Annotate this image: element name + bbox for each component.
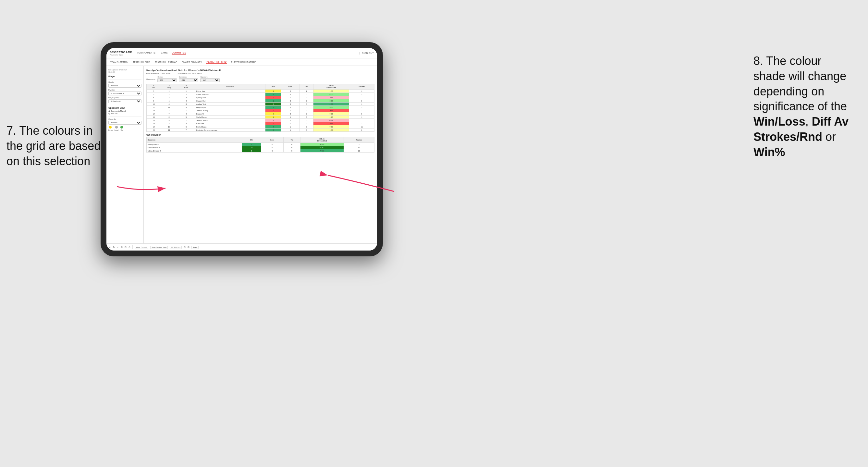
grid-title: Katelyn Vo Head-to-Head Grid for Women's… [146, 69, 374, 72]
nav-separator: | [360, 52, 360, 54]
ood-table-row: NCAA Division 2 5 0 0 7.400 10 [147, 149, 374, 153]
player-section-title: Player [108, 75, 142, 77]
opponent-filter-label: Opponent [200, 76, 220, 78]
out-of-division-table: Opponent Win Loss Tie Diff AvStrokes/Rnd… [146, 137, 374, 153]
filters-row: Opponents: Region (All) Conference (All) [146, 76, 374, 82]
sub-nav-player-h2h-grid[interactable]: PLAYER H2H GRID [206, 61, 227, 64]
toolbar-sep-1 [132, 245, 133, 249]
ood-col-tie: Tie [283, 137, 300, 143]
colour-label-up: Up [121, 129, 123, 131]
radio-opponents-played[interactable]: Opponents Played [108, 110, 142, 112]
annotation-right: 8. The colour shade will change dependin… [753, 54, 848, 160]
colour-up: Up [120, 126, 123, 131]
paste-icon[interactable]: ⊡ [125, 246, 127, 249]
colour-circle-down [109, 126, 112, 128]
table-row: 10 6 3 Andrea York 2 0 0 4.00 4 [147, 102, 374, 106]
col-conf: #Conf [177, 84, 195, 90]
colour-by-select[interactable]: Win/loss [108, 121, 142, 125]
tablet-screen: SCOREBOARD Powered by clippd TOURNAMENTS… [106, 48, 377, 251]
table-row: 20 11 7 Federica Domecq Lacroze 2 1 0 1.… [147, 128, 374, 132]
nav-tournaments[interactable]: TOURNAMENTS [137, 51, 155, 55]
radio-top100[interactable]: Top 100 [108, 113, 142, 115]
conference-filter-label: Conference [179, 76, 198, 78]
sub-nav-team-summary[interactable]: TEAM SUMMARY [110, 61, 129, 63]
copy-icon[interactable]: ⊞ [121, 246, 123, 249]
col-opponent: Opponent [195, 84, 266, 90]
ood-col-win: Win [242, 137, 261, 143]
colour-legend: Down Level Up [108, 126, 142, 131]
ood-col-diff: Diff AvStrokes/Rnd [300, 137, 344, 143]
view-original-btn[interactable]: View: Original [135, 246, 148, 249]
sub-nav: TEAM SUMMARY TEAM H2H GRID TEAM H2H HEAT… [106, 58, 377, 66]
gender-select[interactable]: Women's [108, 84, 142, 88]
sub-nav-team-h2h-grid[interactable]: TEAM H2H GRID [132, 61, 151, 63]
sub-nav-player-summary[interactable]: PLAYER SUMMARY [181, 61, 203, 63]
left-panel: Last Updated: 27/03/2024 16:55:38 Player… [106, 66, 144, 243]
right-content: Katelyn Vo Head-to-Head Grid for Women's… [144, 66, 377, 243]
region-filter-label: Region [157, 76, 177, 78]
ood-table-row: NAIA Division 1 15 0 0 9.267 30 [147, 146, 374, 149]
nav-right: | Sign out [360, 51, 374, 55]
col-loss: Loss [281, 84, 300, 90]
undo2-icon[interactable]: ↩ [117, 246, 119, 249]
ood-col-opponent: Opponent [147, 137, 242, 143]
logo-sub: Powered by clippd [110, 54, 132, 56]
logo-text: SCOREBOARD [110, 51, 132, 54]
sub-nav-team-h2h-heatmap[interactable]: TEAM H2H HEATMAP [154, 61, 178, 63]
ood-table-row: Foreign Team 1 0 0 4.500 2 [147, 143, 374, 146]
main-content: Last Updated: 27/03/2024 16:55:38 Player… [106, 66, 377, 243]
redo-icon[interactable]: ↻ [113, 246, 115, 249]
colour-down: Down [108, 126, 113, 131]
gender-label: Gender [108, 81, 142, 83]
table-row: 13 1 1 Jessica Huang 0 1 0 -3.00 2 [147, 109, 374, 112]
table-row: 5 2 2 Alexis Sudjianto 1 0 0 4.00 3 [147, 93, 374, 96]
division-label: Division [108, 89, 142, 91]
colour-by-label: Colour by [108, 118, 142, 120]
colour-label-level: Level [115, 129, 118, 131]
table-row: 19 10 6 Emily Chang 4 1 0 0.30 11 [147, 125, 374, 128]
share-btn[interactable]: Share [191, 246, 199, 249]
tablet-frame: SCOREBOARD Powered by clippd TOURNAMENTS… [101, 42, 383, 256]
undo-icon[interactable]: ↩ [109, 246, 111, 249]
player-rank-select[interactable]: 8. Katelyn Vo [108, 99, 142, 103]
opponent-view-label: Opponent view [108, 107, 142, 109]
h2h-table: #Div #Reg #Conf Opponent Win Loss Tie Di… [146, 84, 374, 132]
division-select[interactable]: NCAA Division III [108, 92, 142, 95]
table-row: 16 3 1 Jessica Mason 1 2 0 -0.94 [147, 119, 374, 122]
opponent-view-radio-group: Opponents Played Top 100 [108, 110, 142, 115]
nav-committee[interactable]: COMMITTEE [172, 51, 186, 55]
col-win: Win [266, 84, 281, 90]
colour-circle-level [115, 126, 118, 128]
radio-dot-opponents-played [108, 110, 110, 112]
opponent-select[interactable]: (All) [200, 78, 220, 82]
table-row: 9 1 4 Sharon Mun 1 0 0 3.67 3 [147, 99, 374, 102]
table-row: 11 11 3 Heejo Hyun 1 0 0 3.33 3 [147, 106, 374, 109]
save-custom-view-btn[interactable]: Save Custom View [150, 246, 168, 249]
table-row: 3 1 1 Esther Lee 1 0 1 1.50 4 [147, 90, 374, 93]
radio-dot-top100 [108, 113, 110, 115]
nav-items: TOURNAMENTS TEAMS COMMITTEE [137, 51, 360, 55]
nav-teams[interactable]: TEAMS [159, 51, 168, 55]
out-of-division-header: Out of division [146, 134, 374, 136]
col-reg: #Reg [161, 84, 177, 90]
conference-filter: Conference (All) [179, 76, 198, 82]
ood-col-loss: Loss [261, 137, 284, 143]
expand-icon[interactable]: ⊡ [184, 246, 186, 249]
top-nav: SCOREBOARD Powered by clippd TOURNAMENTS… [106, 48, 377, 58]
last-updated: Last Updated: 27/03/2024 16:55:38 [108, 69, 142, 73]
bottom-toolbar: ↩ ↻ ↩ ⊞ ⊡ ⊙ View: Original Save Custom V… [106, 243, 377, 251]
colour-circle-up [120, 126, 123, 128]
conference-select[interactable]: (All) [179, 78, 198, 82]
colour-level: Level [115, 126, 118, 131]
nav-signout[interactable]: Sign out [362, 51, 374, 55]
grid-icon[interactable]: ⊞ [188, 246, 189, 249]
region-filter: Region (All) [157, 76, 177, 82]
division-record: Division Record: 331 - 34 - 6 [177, 72, 202, 74]
table-row: 15 8 5 Stella Cheng 1 1 0 1.25 4 [147, 116, 374, 119]
sub-nav-player-h2h-heatmap[interactable]: PLAYER H2H HEATMAP [230, 61, 256, 63]
region-select[interactable]: (All) [157, 78, 177, 82]
clock-icon[interactable]: ⊙ [128, 246, 130, 249]
table-row: 18 2 2 Euna Lee 0 1 0 -5.00 2 [147, 122, 374, 125]
table-row: 14 7 4 Eunice Yi 2 2 0 0.38 9 [147, 112, 374, 116]
watch-btn[interactable]: 👁 Watch▾ [170, 246, 181, 249]
